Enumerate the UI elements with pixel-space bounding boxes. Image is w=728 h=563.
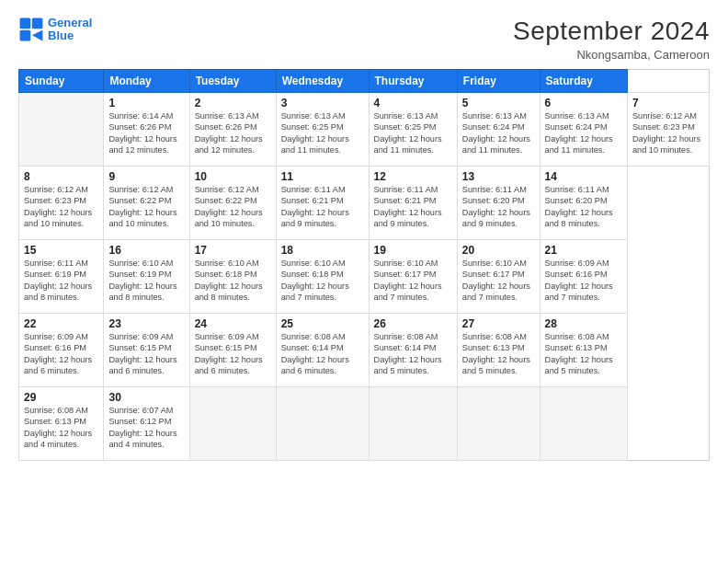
day-cell-17: 17Sunrise: 6:10 AMSunset: 6:18 PMDayligh…: [189, 240, 276, 314]
day-info: Sunrise: 6:08 AMSunset: 6:13 PMDaylight:…: [545, 331, 622, 377]
day-number: 26: [374, 317, 452, 330]
day-number: 18: [281, 244, 364, 257]
day-cell-28: 28Sunrise: 6:08 AMSunset: 6:13 PMDayligh…: [540, 314, 627, 387]
day-info: Sunrise: 6:08 AMSunset: 6:14 PMDaylight:…: [374, 331, 452, 377]
day-cell-14: 14Sunrise: 6:11 AMSunset: 6:20 PMDayligh…: [540, 167, 627, 240]
day-cell-2: 2Sunrise: 6:13 AMSunset: 6:26 PMDaylight…: [189, 93, 276, 167]
header: General Blue September 2024 Nkongsamba, …: [18, 17, 710, 62]
calendar-header-row: SundayMondayTuesdayWednesdayThursdayFrid…: [19, 70, 710, 93]
col-header-sunday: Sunday: [19, 70, 104, 93]
col-header-monday: Monday: [104, 70, 189, 93]
day-info: Sunrise: 6:09 AMSunset: 6:15 PMDaylight:…: [108, 331, 184, 377]
day-cell-13: 13Sunrise: 6:11 AMSunset: 6:20 PMDayligh…: [457, 167, 540, 240]
day-info: Sunrise: 6:12 AMSunset: 6:23 PMDaylight:…: [632, 110, 704, 156]
svg-marker-3: [32, 30, 43, 41]
month-title: September 2024: [513, 17, 710, 46]
day-number: 27: [462, 317, 535, 330]
day-number: 16: [108, 244, 184, 257]
day-cell-23: 23Sunrise: 6:09 AMSunset: 6:15 PMDayligh…: [104, 314, 189, 387]
day-number: 9: [108, 170, 184, 183]
week-row-3: 22Sunrise: 6:09 AMSunset: 6:16 PMDayligh…: [19, 314, 710, 387]
day-number: 19: [374, 244, 452, 257]
day-number: 4: [374, 97, 452, 109]
day-cell-4: 4Sunrise: 6:13 AMSunset: 6:25 PMDaylight…: [369, 93, 457, 167]
day-info: Sunrise: 6:11 AMSunset: 6:20 PMDaylight:…: [545, 184, 622, 230]
day-number: 20: [462, 244, 535, 257]
day-cell-26: 26Sunrise: 6:08 AMSunset: 6:14 PMDayligh…: [369, 314, 457, 387]
day-info: Sunrise: 6:13 AMSunset: 6:25 PMDaylight:…: [281, 110, 364, 156]
day-number: 12: [374, 170, 452, 183]
day-info: Sunrise: 6:12 AMSunset: 6:22 PMDaylight:…: [108, 184, 184, 230]
svg-rect-1: [32, 18, 43, 29]
day-info: Sunrise: 6:08 AMSunset: 6:13 PMDaylight:…: [24, 405, 98, 451]
location-subtitle: Nkongsamba, Cameroon: [513, 48, 710, 62]
day-number: 11: [281, 170, 364, 183]
day-info: Sunrise: 6:11 AMSunset: 6:21 PMDaylight:…: [374, 184, 452, 230]
svg-rect-2: [20, 30, 31, 41]
day-info: Sunrise: 6:10 AMSunset: 6:18 PMDaylight:…: [195, 258, 271, 304]
day-number: 15: [24, 244, 98, 257]
empty-cell: [457, 387, 540, 461]
day-cell-22: 22Sunrise: 6:09 AMSunset: 6:16 PMDayligh…: [19, 314, 104, 387]
day-number: 29: [24, 391, 98, 404]
day-info: Sunrise: 6:10 AMSunset: 6:18 PMDaylight:…: [281, 258, 364, 304]
col-header-tuesday: Tuesday: [189, 70, 276, 93]
day-number: 10: [195, 170, 271, 183]
page: General Blue September 2024 Nkongsamba, …: [0, 0, 728, 563]
day-number: 22: [24, 317, 98, 330]
week-row-2: 15Sunrise: 6:11 AMSunset: 6:19 PMDayligh…: [19, 240, 710, 314]
day-cell-1: 1Sunrise: 6:14 AMSunset: 6:26 PMDaylight…: [104, 93, 189, 167]
day-cell-9: 9Sunrise: 6:12 AMSunset: 6:22 PMDaylight…: [104, 167, 189, 240]
day-info: Sunrise: 6:14 AMSunset: 6:26 PMDaylight:…: [108, 110, 184, 156]
day-number: 21: [545, 244, 622, 257]
day-info: Sunrise: 6:08 AMSunset: 6:13 PMDaylight:…: [462, 331, 535, 377]
day-cell-19: 19Sunrise: 6:10 AMSunset: 6:17 PMDayligh…: [369, 240, 457, 314]
day-number: 2: [195, 97, 271, 109]
col-header-saturday: Saturday: [540, 70, 627, 93]
week-row-1: 8Sunrise: 6:12 AMSunset: 6:23 PMDaylight…: [19, 167, 710, 240]
day-number: 23: [108, 317, 184, 330]
day-info: Sunrise: 6:13 AMSunset: 6:24 PMDaylight:…: [462, 110, 535, 156]
day-number: 6: [545, 97, 622, 109]
logo-line1: General: [48, 16, 92, 29]
day-cell-25: 25Sunrise: 6:08 AMSunset: 6:14 PMDayligh…: [276, 314, 369, 387]
day-info: Sunrise: 6:09 AMSunset: 6:16 PMDaylight:…: [24, 331, 98, 377]
col-header-friday: Friday: [457, 70, 540, 93]
day-info: Sunrise: 6:13 AMSunset: 6:24 PMDaylight:…: [545, 110, 622, 156]
day-number: 17: [195, 244, 271, 257]
day-info: Sunrise: 6:11 AMSunset: 6:20 PMDaylight:…: [462, 184, 535, 230]
empty-cell: [189, 387, 276, 461]
day-info: Sunrise: 6:13 AMSunset: 6:26 PMDaylight:…: [195, 110, 271, 156]
day-info: Sunrise: 6:12 AMSunset: 6:23 PMDaylight:…: [24, 184, 98, 230]
calendar: SundayMondayTuesdayWednesdayThursdayFrid…: [18, 69, 710, 461]
day-cell-8: 8Sunrise: 6:12 AMSunset: 6:23 PMDaylight…: [19, 167, 104, 240]
svg-rect-0: [20, 18, 31, 29]
day-info: Sunrise: 6:10 AMSunset: 6:17 PMDaylight:…: [462, 258, 535, 304]
day-cell-16: 16Sunrise: 6:10 AMSunset: 6:19 PMDayligh…: [104, 240, 189, 314]
empty-cell: [369, 387, 457, 461]
day-number: 14: [545, 170, 622, 183]
logo-text: General Blue: [48, 17, 92, 43]
day-cell-21: 21Sunrise: 6:09 AMSunset: 6:16 PMDayligh…: [540, 240, 627, 314]
week-row-4: 29Sunrise: 6:08 AMSunset: 6:13 PMDayligh…: [19, 387, 710, 461]
day-number: 8: [24, 170, 98, 183]
col-header-wednesday: Wednesday: [276, 70, 369, 93]
day-cell-10: 10Sunrise: 6:12 AMSunset: 6:22 PMDayligh…: [189, 167, 276, 240]
day-info: Sunrise: 6:08 AMSunset: 6:14 PMDaylight:…: [281, 331, 364, 377]
day-info: Sunrise: 6:10 AMSunset: 6:17 PMDaylight:…: [374, 258, 452, 304]
day-info: Sunrise: 6:09 AMSunset: 6:15 PMDaylight:…: [195, 331, 271, 377]
day-number: 24: [195, 317, 271, 330]
day-cell-27: 27Sunrise: 6:08 AMSunset: 6:13 PMDayligh…: [457, 314, 540, 387]
day-cell-7: 7Sunrise: 6:12 AMSunset: 6:23 PMDaylight…: [627, 93, 709, 167]
logo-icon: [18, 17, 44, 42]
day-number: 3: [281, 97, 364, 109]
day-cell-12: 12Sunrise: 6:11 AMSunset: 6:21 PMDayligh…: [369, 167, 457, 240]
day-cell-6: 6Sunrise: 6:13 AMSunset: 6:24 PMDaylight…: [540, 93, 627, 167]
day-info: Sunrise: 6:09 AMSunset: 6:16 PMDaylight:…: [545, 258, 622, 304]
logo-line2: Blue: [48, 29, 74, 42]
day-number: 28: [545, 317, 622, 330]
day-number: 13: [462, 170, 535, 183]
day-info: Sunrise: 6:11 AMSunset: 6:21 PMDaylight:…: [281, 184, 364, 230]
day-number: 5: [462, 97, 535, 109]
week-row-0: 1Sunrise: 6:14 AMSunset: 6:26 PMDaylight…: [19, 93, 710, 167]
